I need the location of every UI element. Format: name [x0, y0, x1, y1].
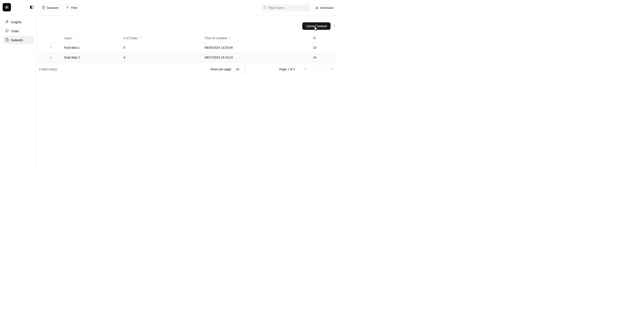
toolbar: Datasets Filter — [37, 0, 338, 16]
page-next-button[interactable] — [320, 66, 327, 73]
column-header-chats[interactable]: # of Chats — [122, 34, 203, 43]
chevron-right-icon — [322, 67, 325, 71]
filter-button[interactable]: Filter — [63, 5, 80, 11]
upload-dataset-label: Upload Dataset — [306, 24, 327, 28]
main-panel: Datasets Filter — [37, 0, 338, 172]
sidebar-item-chats[interactable]: Chats — [3, 27, 34, 35]
upload-dataset-button[interactable]: Upload Dataset — [302, 22, 330, 30]
filter-icon — [66, 6, 69, 10]
chat-icon — [5, 29, 9, 33]
sort-icon — [139, 36, 142, 40]
app-logo[interactable] — [3, 3, 11, 12]
filter-label: Filter — [71, 6, 78, 10]
file-icon — [42, 6, 45, 10]
column-header-issue[interactable]: Issue — [63, 34, 122, 43]
search-input[interactable] — [268, 6, 308, 10]
cell-id: 14 — [311, 53, 336, 63]
download-label: Download — [320, 6, 334, 10]
chevron-updown-icon — [244, 68, 247, 71]
cell-time: 08/26/2024 13:20:04 — [203, 43, 311, 53]
cell-chats: 5 — [122, 43, 203, 53]
expand-row-button[interactable] — [49, 55, 53, 60]
column-label: # of Chats — [124, 36, 138, 40]
cell-id: 13 — [311, 43, 336, 53]
page-prev-button[interactable] — [310, 66, 318, 73]
sidebar-toggle-button[interactable] — [30, 5, 34, 10]
svg-point-6 — [6, 21, 6, 21]
row-summary: 2 total row(s). — [39, 68, 58, 71]
table-row[interactable]: Eval data 1 5 08/26/2024 13:20:04 13 — [39, 43, 336, 53]
column-header-id[interactable]: ID — [311, 34, 336, 43]
expand-row-button[interactable] — [49, 45, 53, 50]
cell-time: 08/27/2024 13:15:14 — [203, 53, 311, 63]
svg-rect-5 — [30, 6, 31, 9]
pagination: 2 total row(s). Rows per page 10 Page 1 … — [37, 63, 338, 76]
sidebar-item-label: Datasets — [11, 38, 23, 42]
rows-per-page-label: Rows per page — [210, 68, 231, 71]
breadcrumb-label: Datasets — [47, 6, 58, 10]
cell-issue: Eval data 1 — [63, 43, 122, 53]
column-label: Time of Creation — [204, 36, 227, 40]
cell-chats: 4 — [122, 53, 203, 63]
sidebar-item-label: Chats — [11, 29, 19, 33]
sort-icon — [74, 36, 76, 40]
table-row[interactable]: Eval data 2 4 08/27/2024 13:15:14 14 — [39, 53, 336, 63]
chevrons-left-icon — [304, 67, 307, 71]
help-button[interactable]: ? — [332, 22, 336, 30]
datasets-table: Issue # of Chats — [39, 34, 336, 63]
rows-per-page-value: 10 — [236, 68, 239, 71]
sidebar-item-label: Insights — [11, 20, 22, 24]
sidebar-item-datasets[interactable]: Datasets — [3, 36, 34, 44]
svg-point-11 — [264, 6, 266, 8]
page-indicator: Page 1 of 1 — [279, 68, 295, 71]
cell-issue: Eval data 2 — [63, 53, 122, 63]
search-input-wrap[interactable] — [261, 5, 310, 11]
search-icon — [263, 6, 266, 10]
sidebar-item-insights[interactable]: Insights — [3, 18, 34, 26]
wand-icon — [5, 20, 9, 24]
sort-icon — [229, 36, 232, 40]
column-label: ID — [313, 36, 316, 40]
page-last-button[interactable] — [329, 66, 336, 73]
column-label: Issue — [64, 36, 72, 40]
chevron-left-icon — [312, 67, 316, 71]
page-first-button[interactable] — [301, 66, 309, 73]
column-header-time[interactable]: Time of Creation — [203, 34, 311, 43]
rows-per-page-select[interactable]: 10 — [233, 66, 249, 73]
download-button[interactable]: Download — [312, 5, 336, 11]
chevrons-right-icon — [331, 67, 334, 71]
sidebar: Insights Chats Datasets — [0, 0, 37, 172]
breadcrumb-datasets: Datasets — [39, 5, 61, 11]
svg-line-12 — [266, 8, 266, 9]
download-icon — [315, 6, 318, 10]
file-icon — [5, 38, 9, 42]
